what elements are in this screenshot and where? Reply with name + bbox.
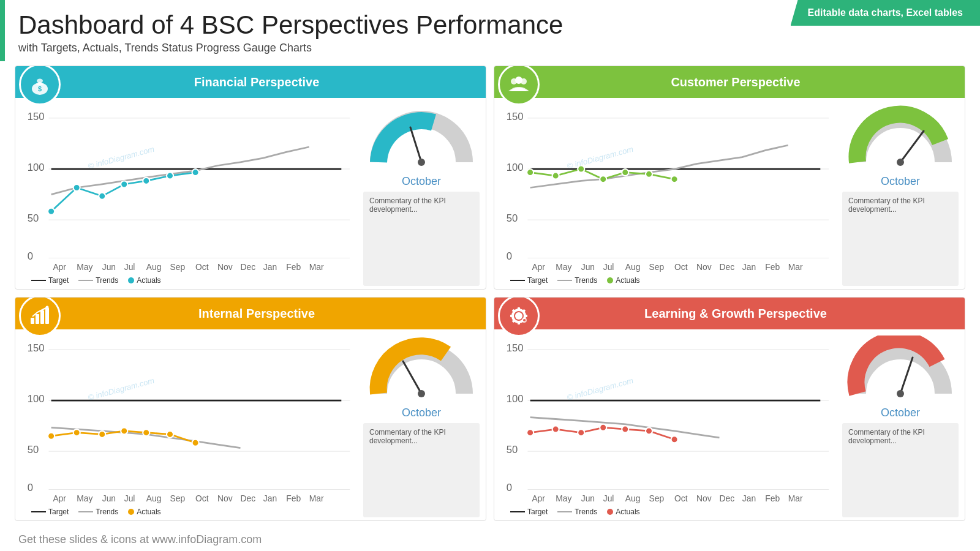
dashboard-grid: $ Financial Perspective © infoDiagram.co… <box>0 59 980 525</box>
actuals-dot-indicator <box>607 509 613 515</box>
svg-point-58 <box>552 173 559 179</box>
target-line-indicator <box>31 280 46 281</box>
svg-text:Aug: Aug <box>625 493 641 503</box>
actuals-dot-indicator <box>607 277 613 283</box>
trends-label: Trends <box>575 276 597 285</box>
svg-rect-103 <box>518 307 520 310</box>
target-label: Target <box>527 276 548 285</box>
learning-card: Learning & Growth Perspective © infoDiag… <box>494 297 965 521</box>
internal-card: Internal Perspective © infoDiagram.com 1… <box>15 297 486 521</box>
internal-chart: © infoDiagram.com 150 100 50 0 Apr May J… <box>19 333 358 505</box>
target-label: Target <box>48 508 69 516</box>
svg-line-64 <box>900 131 924 162</box>
financial-gauge <box>366 104 477 171</box>
learning-chart-area: © infoDiagram.com 150 100 50 0 Apr May J… <box>498 333 837 517</box>
svg-text:Dec: Dec <box>240 493 255 503</box>
trends-line-indicator <box>78 280 93 281</box>
svg-text:100: 100 <box>28 162 45 173</box>
financial-title: Financial Perspective <box>40 75 473 89</box>
learning-header: Learning & Growth Perspective <box>494 298 965 329</box>
learning-commentary: Commentary of the KPI development... <box>842 423 959 517</box>
internal-gauge <box>366 335 477 403</box>
svg-text:Aug: Aug <box>146 493 162 503</box>
legend-target: Target <box>31 276 69 285</box>
svg-rect-68 <box>40 310 44 324</box>
svg-text:Jan: Jan <box>742 493 756 503</box>
learning-gauge <box>845 335 956 403</box>
legend-trends: Trends <box>78 276 118 285</box>
svg-rect-106 <box>524 315 527 317</box>
legend-trends: Trends <box>557 276 597 285</box>
bar-chart-icon <box>28 304 51 328</box>
svg-text:Jan: Jan <box>263 262 277 272</box>
svg-text:150: 150 <box>28 342 45 354</box>
internal-header: Internal Perspective <box>15 298 486 329</box>
svg-rect-69 <box>45 308 49 324</box>
svg-text:Jan: Jan <box>263 493 277 503</box>
svg-text:Apr: Apr <box>532 493 545 503</box>
svg-rect-104 <box>518 321 520 324</box>
trends-label: Trends <box>96 276 118 285</box>
learning-title: Learning & Growth Perspective <box>519 307 952 321</box>
svg-rect-67 <box>36 314 39 324</box>
learning-chart: © infoDiagram.com 150 100 50 0 Apr May J… <box>498 333 837 505</box>
svg-point-26 <box>99 193 105 200</box>
legend-target: Target <box>510 508 548 516</box>
svg-text:50: 50 <box>507 212 518 224</box>
legend-actuals: Actuals <box>128 508 160 516</box>
target-line-indicator <box>510 511 525 512</box>
svg-line-141 <box>900 358 913 394</box>
svg-point-112 <box>523 319 526 321</box>
actuals-label: Actuals <box>616 508 639 516</box>
svg-point-1 <box>37 79 43 83</box>
customer-chart: © infoDiagram.com 150 100 50 0 Apr May J… <box>498 102 837 274</box>
learning-gauge-label: October <box>881 407 920 419</box>
svg-text:50: 50 <box>28 212 39 224</box>
svg-text:Jun: Jun <box>581 262 595 272</box>
svg-text:Aug: Aug <box>146 262 162 272</box>
learning-gauge-area: October Commentary of the KPI developmen… <box>842 333 959 517</box>
svg-point-65 <box>897 159 904 166</box>
target-line-indicator <box>31 511 46 512</box>
svg-text:0: 0 <box>507 482 512 493</box>
financial-chart-area: © infoDiagram.com 150 100 50 0 Apr <box>19 102 358 286</box>
financial-card: $ Financial Perspective © infoDiagram.co… <box>15 66 486 290</box>
svg-text:50: 50 <box>28 444 39 455</box>
svg-point-139 <box>646 428 652 435</box>
svg-text:Mar: Mar <box>309 493 324 503</box>
svg-text:0: 0 <box>507 250 512 262</box>
financial-gauge-area: October Commentary of the KPI developmen… <box>363 102 480 286</box>
svg-text:Jul: Jul <box>124 493 135 503</box>
legend-actuals: Actuals <box>607 276 639 285</box>
svg-text:Sep: Sep <box>170 262 186 272</box>
svg-text:Feb: Feb <box>765 262 780 272</box>
svg-text:100: 100 <box>507 393 524 405</box>
actuals-label: Actuals <box>137 508 160 516</box>
legend-trends: Trends <box>557 508 597 516</box>
trends-label: Trends <box>575 508 597 516</box>
svg-text:Aug: Aug <box>625 262 641 272</box>
footer: Get these slides & icons at www.infoDiag… <box>18 533 262 546</box>
svg-point-137 <box>600 424 606 431</box>
svg-text:Dec: Dec <box>719 493 734 503</box>
svg-text:Nov: Nov <box>217 262 233 272</box>
svg-text:Jan: Jan <box>742 262 756 272</box>
svg-text:May: May <box>77 262 92 272</box>
svg-text:100: 100 <box>28 393 45 405</box>
svg-text:Nov: Nov <box>696 262 712 272</box>
svg-point-136 <box>578 429 584 436</box>
financial-gauge-label: October <box>402 175 441 188</box>
svg-text:Oct: Oct <box>195 493 209 503</box>
svg-text:Jun: Jun <box>102 262 116 272</box>
actuals-label: Actuals <box>137 276 160 285</box>
svg-point-92 <box>48 433 55 440</box>
svg-text:Oct: Oct <box>674 493 688 503</box>
svg-point-35 <box>521 78 527 84</box>
svg-text:50: 50 <box>507 444 518 455</box>
svg-point-24 <box>48 208 55 215</box>
internal-commentary: Commentary of the KPI development... <box>363 423 480 517</box>
financial-legend: Target Trends Actuals <box>19 274 358 286</box>
svg-text:May: May <box>556 493 571 503</box>
customer-gauge-label: October <box>881 175 920 188</box>
svg-text:Sep: Sep <box>170 493 186 503</box>
